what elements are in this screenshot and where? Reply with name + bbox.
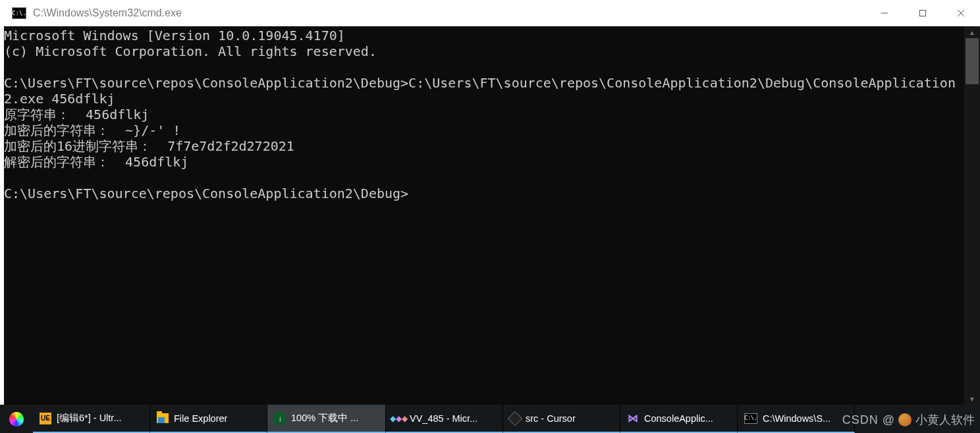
download-icon: ↓ [274, 413, 286, 424]
titlebar[interactable]: C:\. C:\Windows\System32\cmd.exe [4, 0, 980, 26]
taskbar-item-vv485[interactable]: ◆◆◆VV_485 - Micr... [386, 405, 503, 433]
scroll-down-arrow-icon[interactable]: ▼ [964, 393, 980, 405]
cmd-window: C:\. C:\Windows\System32\cmd.exe Microso… [4, 0, 980, 405]
cmd-app-icon: C:\. [12, 7, 26, 19]
maximize-icon [919, 9, 927, 17]
window-controls [865, 0, 980, 26]
svg-rect-1 [920, 10, 926, 16]
close-button[interactable] [942, 0, 980, 26]
scroll-up-arrow-icon[interactable]: ▲ [964, 26, 980, 38]
taskbar: UE[编辑6*] - Ultr...File Explorer↓100% 下载中… [0, 405, 980, 433]
console-output[interactable]: Microsoft Windows [Version 10.0.19045.41… [4, 26, 964, 405]
ue-icon: UE [40, 413, 51, 424]
taskbar-item-start[interactable] [0, 405, 33, 433]
cmd-icon: C:\. [744, 413, 757, 424]
taskbar-item-label: VV_485 - Micr... [410, 413, 477, 424]
taskbar-item-vs[interactable]: ⋈ConsoleApplic... [620, 405, 738, 433]
taskbar-item-download[interactable]: ↓100% 下载中 ... [267, 405, 386, 433]
close-icon [957, 9, 965, 17]
minimize-button[interactable] [865, 0, 904, 26]
taskbar-item-label: C:\Windows\S... [763, 413, 830, 424]
scrollbar-thumb[interactable] [966, 38, 979, 84]
minimize-icon [881, 9, 888, 17]
maximize-button[interactable] [904, 0, 942, 26]
taskbar-item-label: src - Cursor [526, 413, 576, 424]
taskbar-item-cmd[interactable]: C:\.C:\Windows\S... [738, 405, 855, 433]
taskbar-item-label: File Explorer [174, 413, 227, 424]
taskbar-item-cursor[interactable]: src - Cursor [503, 405, 620, 433]
rainbow-icon [9, 412, 24, 426]
cursor-icon [508, 411, 523, 426]
taskbar-item-label: ConsoleApplic... [644, 413, 713, 424]
console-area[interactable]: Microsoft Windows [Version 10.0.19045.41… [4, 26, 980, 405]
taskbar-item-label: 100% 下载中 ... [291, 412, 358, 424]
vertical-scrollbar[interactable]: ▲ ▼ [964, 26, 980, 405]
vv-icon: ◆◆◆ [393, 413, 404, 424]
taskbar-item-ultraedit[interactable]: UE[编辑6*] - Ultr... [33, 405, 150, 433]
window-title: C:\Windows\System32\cmd.exe [33, 7, 182, 19]
folder-icon [157, 413, 169, 423]
taskbar-item-label: [编辑6*] - Ultr... [57, 412, 122, 424]
vs-icon: ⋈ [627, 413, 639, 424]
taskbar-item-explorer[interactable]: File Explorer [150, 405, 267, 433]
